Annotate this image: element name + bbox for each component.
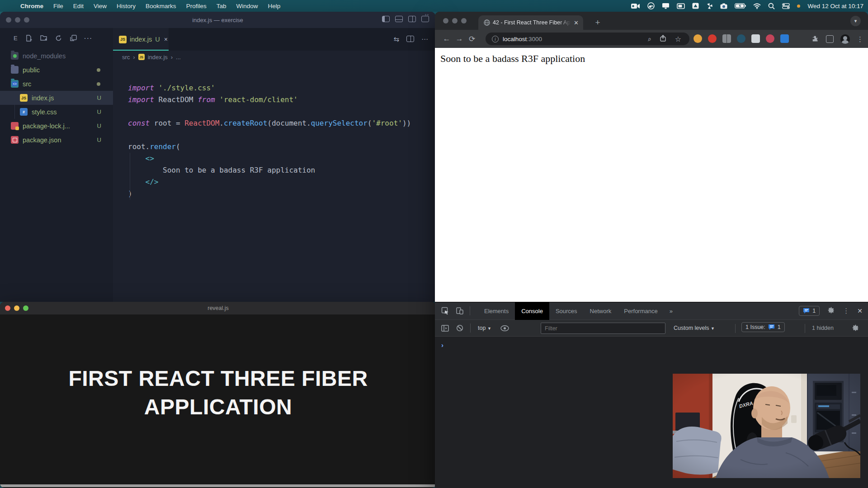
sidecar-icon[interactable]	[677, 3, 685, 9]
inspect-element-icon[interactable]	[441, 307, 449, 315]
devtools-tab-sources[interactable]: Sources	[549, 302, 584, 320]
live-expression-eye-icon[interactable]	[500, 325, 509, 331]
breadcrumb-symbol[interactable]: ...	[176, 54, 181, 61]
videocam-icon[interactable]	[631, 3, 640, 9]
tree-item-package-json[interactable]: package.jsonU	[0, 133, 113, 147]
menu-item-profiles[interactable]: Profiles	[181, 3, 212, 9]
side-panel-icon[interactable]	[826, 35, 834, 43]
breadcrumb-src[interactable]: src	[122, 54, 130, 61]
forward-icon[interactable]: →	[453, 34, 466, 43]
customize-layout-icon[interactable]	[421, 16, 429, 22]
devtools-settings-icon[interactable]	[827, 306, 835, 316]
menu-item-help[interactable]: Help	[263, 3, 285, 9]
explorer-section-header[interactable]: E ···	[0, 28, 113, 46]
zoom-button[interactable]	[461, 18, 467, 23]
menu-item-history[interactable]: History	[112, 3, 141, 9]
menu-item-edit[interactable]: Edit	[68, 3, 89, 9]
issues-button[interactable]: 1 Issue: 1	[741, 322, 785, 332]
devtools-tab-elements[interactable]: Elements	[478, 302, 515, 320]
control-center-icon[interactable]	[782, 3, 790, 9]
context-selector[interactable]: top ▼	[478, 325, 491, 331]
tree-item-src[interactable]: src	[0, 77, 113, 91]
wifi-icon[interactable]	[753, 3, 761, 9]
devtools-tab-performance[interactable]: Performance	[618, 302, 664, 320]
grid-extension-icon[interactable]	[722, 34, 731, 43]
cookie-extension-icon[interactable]	[693, 34, 702, 43]
device-toolbar-icon[interactable]	[456, 307, 464, 315]
clear-console-icon[interactable]	[456, 324, 463, 332]
tree-item-package-lock-j-[interactable]: package-lock.j...U	[0, 119, 113, 133]
web-page[interactable]: Soon to be a badass R3F application	[435, 48, 868, 302]
capture-extension-icon[interactable]	[780, 34, 789, 43]
menu-item-view[interactable]: View	[89, 3, 112, 9]
bookmark-star-icon[interactable]: ☆	[675, 35, 681, 43]
zoom-page-icon[interactable]: ⌕	[648, 35, 651, 43]
toggle-panel-icon[interactable]	[395, 16, 403, 22]
camera-icon[interactable]	[720, 3, 727, 9]
back-icon[interactable]: ←	[440, 34, 453, 43]
tab-index-js[interactable]: JS index.js U ×	[113, 28, 169, 51]
refresh-icon[interactable]	[55, 34, 62, 42]
share-icon[interactable]	[660, 35, 666, 43]
devtools-tab-network[interactable]: Network	[584, 302, 618, 320]
new-file-icon[interactable]	[25, 34, 33, 42]
tab-close-icon[interactable]: ✕	[574, 19, 579, 26]
minimize-button[interactable]	[452, 18, 458, 23]
issues-counter[interactable]: 1	[799, 306, 820, 316]
search-icon[interactable]	[768, 3, 775, 9]
menu-item-file[interactable]: File	[48, 3, 68, 9]
pinwheel-icon[interactable]	[706, 3, 713, 9]
menubar-clock[interactable]: Wed 12 Oct at 10:17	[807, 3, 863, 9]
browser-tab[interactable]: 42 - First React Three Fiber Ap ✕	[478, 15, 583, 30]
donut-extension-icon[interactable]	[766, 34, 774, 43]
chrome-menu-kebab-icon[interactable]: ⋮	[857, 35, 863, 43]
close-button[interactable]	[443, 18, 448, 23]
collapse-icon[interactable]	[70, 34, 77, 42]
split-layout-icon[interactable]	[408, 16, 416, 22]
code-editor[interactable]: import './style.css'import ReactDOM from…	[128, 82, 411, 200]
console-filter-input[interactable]	[541, 323, 665, 334]
tree-item-style-css[interactable]: #style.cssU	[0, 105, 113, 119]
toggle-sidebar-icon[interactable]	[382, 16, 390, 22]
console-prompt-chevron[interactable]: ›	[441, 341, 443, 349]
display-icon[interactable]	[662, 3, 670, 9]
new-folder-icon[interactable]	[40, 34, 47, 42]
devtools-tab-console[interactable]: Console	[515, 302, 549, 320]
window-extension-icon[interactable]	[751, 34, 760, 43]
address-bar[interactable]: i localhost:3000 ⌕ ☆	[486, 33, 689, 45]
hand-extension-icon[interactable]	[708, 34, 717, 43]
menu-item-bookmarks[interactable]: Bookmarks	[141, 3, 181, 9]
globe-icon[interactable]	[647, 2, 655, 9]
devtools-more-tabs-icon[interactable]: »	[664, 308, 678, 314]
more-icon[interactable]: ···	[85, 34, 92, 42]
tab-search-chevron[interactable]: ▾	[850, 16, 861, 26]
reload-icon[interactable]: ⟳	[466, 34, 478, 44]
tree-item-public[interactable]: public	[0, 63, 113, 77]
console-sidebar-icon[interactable]	[441, 325, 449, 332]
console-settings-icon[interactable]	[852, 324, 859, 333]
breadcrumb-file[interactable]: index.js	[148, 54, 168, 61]
site-info-icon[interactable]: i	[492, 36, 499, 42]
profile-avatar[interactable]	[840, 34, 850, 44]
devtools-close-icon[interactable]: ✕	[857, 307, 863, 314]
breadcrumb[interactable]: src › JS index.js › ...	[113, 51, 435, 63]
menu-item-chrome[interactable]: Chrome	[15, 3, 48, 9]
menu-item-window[interactable]: Window	[231, 3, 263, 9]
new-tab-button[interactable]: +	[592, 17, 603, 28]
chrome-traffic-lights[interactable]	[443, 18, 467, 23]
log-levels-selector[interactable]: Custom levels ▼	[674, 325, 715, 331]
vscode-titlebar[interactable]: index.js — exercise	[0, 12, 435, 28]
tree-item-index-js[interactable]: JSindex.jsU	[0, 91, 113, 105]
tab-close-icon[interactable]: ×	[164, 36, 168, 43]
compare-changes-icon[interactable]: ⇆	[393, 35, 399, 43]
battery-icon[interactable]	[735, 3, 746, 9]
more-actions-icon[interactable]: ⋯	[421, 35, 428, 43]
eye-extension-icon[interactable]	[737, 34, 745, 43]
drive-icon[interactable]	[692, 3, 699, 9]
extensions-puzzle-icon[interactable]	[811, 35, 819, 43]
devtools-kebab-icon[interactable]: ⋮	[843, 307, 849, 315]
orange-dot[interactable]	[797, 5, 800, 8]
tree-item-node-modules[interactable]: node_modules	[0, 49, 113, 63]
menu-item-tab[interactable]: Tab	[212, 3, 231, 9]
split-editor-icon[interactable]	[406, 36, 414, 43]
